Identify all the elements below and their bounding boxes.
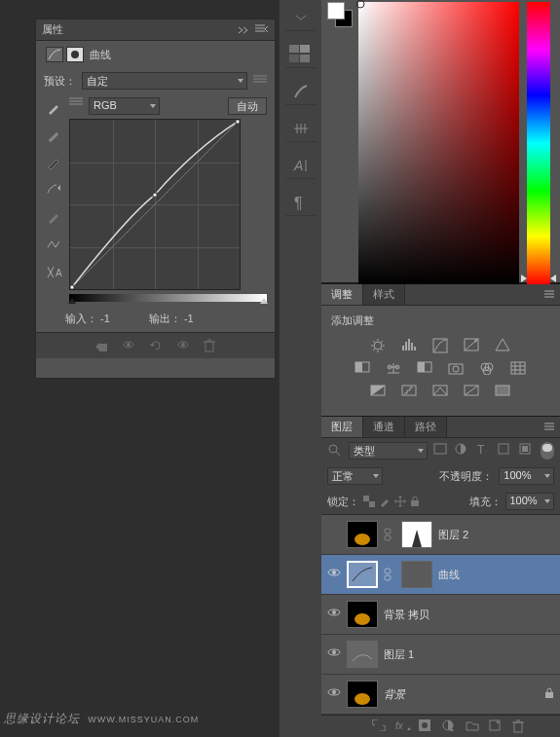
link-layers-icon[interactable] — [372, 719, 386, 733]
photo-filter-icon[interactable] — [448, 361, 466, 377]
new-layer-icon[interactable] — [489, 719, 503, 733]
tab-paths[interactable]: 路径 — [405, 417, 447, 437]
levels-icon[interactable] — [401, 338, 419, 353]
brushes-panel-icon[interactable] — [285, 78, 317, 105]
layer-name[interactable]: 图层 2 — [438, 528, 554, 542]
hue-slider[interactable] — [527, 2, 550, 284]
filter-toggle[interactable] — [541, 442, 554, 460]
new-group-icon[interactable] — [466, 719, 479, 733]
fill-input[interactable]: 100% — [505, 493, 555, 510]
curves-graph[interactable] — [69, 119, 241, 290]
tab-layers[interactable]: 图层 — [321, 417, 363, 437]
lock-position-icon[interactable] — [394, 496, 406, 507]
filter-type-icon[interactable]: T — [476, 443, 492, 459]
layer-name[interactable]: 图层 1 — [384, 647, 554, 662]
visibility-toggle[interactable] — [327, 528, 341, 541]
clip-to-layer-icon[interactable] — [94, 339, 108, 352]
filter-type-select[interactable]: 类型 — [349, 442, 428, 460]
reset-icon[interactable] — [149, 339, 163, 352]
channel-menu-icon[interactable] — [69, 97, 85, 113]
collapse-arrows-icon[interactable] — [238, 24, 251, 36]
mask-thumbnail-icon[interactable] — [66, 47, 84, 62]
pencil-mode-icon[interactable] — [47, 210, 62, 226]
layer-name[interactable]: 背景 拷贝 — [384, 608, 554, 622]
channel-select[interactable]: RGB — [89, 97, 160, 115]
mask-thumbnail[interactable] — [401, 521, 432, 548]
clip-icon[interactable]: A — [47, 265, 62, 280]
brush-settings-icon[interactable] — [285, 115, 317, 142]
layer-name[interactable]: 背景 — [384, 687, 539, 702]
exposure-icon[interactable] — [464, 338, 481, 353]
layer-name[interactable]: 曲线 — [438, 568, 554, 582]
filter-pixel-icon[interactable] — [433, 443, 449, 459]
smooth-mode-icon[interactable] — [47, 238, 62, 253]
tab-styles[interactable]: 样式 — [363, 284, 405, 305]
visibility-toggle[interactable] — [327, 647, 341, 661]
character-panel-icon[interactable]: A — [285, 152, 317, 179]
panel-menu-icon[interactable] — [255, 24, 269, 36]
visibility-toggle[interactable] — [327, 568, 341, 581]
lock-pixels-icon[interactable] — [379, 496, 391, 507]
brightness-icon[interactable] — [370, 338, 388, 353]
input-value[interactable]: -1 — [100, 313, 110, 324]
layer-thumbnail[interactable] — [347, 521, 378, 548]
visibility-icon[interactable] — [176, 339, 190, 352]
paragraph-panel-icon[interactable]: ¶ — [285, 189, 317, 216]
foreground-swatch[interactable] — [327, 2, 345, 19]
visibility-toggle[interactable] — [327, 608, 341, 621]
layer-row[interactable]: 图层 1 — [321, 635, 560, 675]
gray-eyedropper-icon[interactable] — [47, 129, 62, 144]
invert-icon[interactable] — [370, 385, 388, 400]
curves-icon[interactable] — [432, 338, 450, 353]
delete-layer-icon[interactable] — [512, 719, 526, 733]
swatches-panel-icon[interactable] — [285, 41, 317, 68]
layer-row[interactable]: 背景 — [321, 675, 560, 715]
targeted-adjust-icon[interactable] — [47, 183, 62, 199]
view-previous-icon[interactable] — [122, 339, 135, 352]
layer-row[interactable]: 图层 2 — [321, 515, 560, 555]
layer-thumbnail[interactable] — [347, 601, 378, 628]
auto-button[interactable]: 自动 — [228, 97, 267, 115]
tab-adjustments[interactable]: 调整 — [321, 284, 363, 305]
filter-smart-icon[interactable] — [519, 443, 535, 459]
channel-mixer-icon[interactable] — [479, 361, 497, 377]
lock-transparency-icon[interactable] — [363, 496, 375, 507]
new-adjustment-icon[interactable] — [442, 719, 456, 733]
panel-menu-icon[interactable] — [542, 284, 560, 305]
layer-row[interactable]: 背景 拷贝 — [321, 595, 560, 635]
collapse-handle-icon[interactable] — [285, 4, 317, 31]
white-eyedropper-icon[interactable] — [47, 101, 62, 117]
preset-select[interactable]: 自定 — [82, 72, 247, 90]
color-balance-icon[interactable] — [386, 361, 403, 377]
preset-menu-icon[interactable] — [253, 75, 267, 87]
lock-all-icon[interactable] — [410, 496, 422, 507]
mask-icon[interactable] — [419, 719, 432, 733]
selective-color-icon[interactable] — [495, 385, 512, 400]
color-lookup-icon[interactable] — [510, 361, 528, 377]
search-icon[interactable] — [327, 443, 343, 459]
bw-icon[interactable] — [417, 361, 434, 377]
blend-mode-select[interactable]: 正常 — [327, 467, 383, 485]
layer-thumbnail[interactable] — [347, 681, 378, 708]
threshold-icon[interactable] — [432, 385, 450, 400]
foreground-background-swatches[interactable] — [327, 2, 353, 27]
panel-menu-icon[interactable] — [542, 417, 560, 437]
adjustment-thumbnail[interactable] — [347, 561, 378, 588]
trash-icon[interactable] — [204, 339, 217, 352]
filter-adjust-icon[interactable] — [455, 443, 470, 459]
tab-channels[interactable]: 通道 — [363, 417, 405, 437]
filter-shape-icon[interactable] — [498, 443, 513, 459]
color-field[interactable] — [358, 2, 519, 284]
black-white-slider[interactable] — [69, 294, 267, 302]
fx-icon[interactable]: fx — [395, 719, 409, 733]
black-eyedropper-icon[interactable] — [47, 156, 62, 171]
layer-thumbnail[interactable] — [347, 641, 378, 668]
mask-thumbnail[interactable] — [401, 561, 432, 588]
visibility-toggle[interactable] — [327, 687, 341, 701]
vibrance-icon[interactable] — [495, 338, 512, 353]
hue-sat-icon[interactable] — [355, 361, 372, 377]
output-value[interactable]: -1 — [184, 313, 194, 324]
posterize-icon[interactable] — [401, 385, 419, 400]
layer-row[interactable]: 曲线 — [321, 555, 560, 595]
opacity-input[interactable]: 100% — [499, 467, 554, 485]
